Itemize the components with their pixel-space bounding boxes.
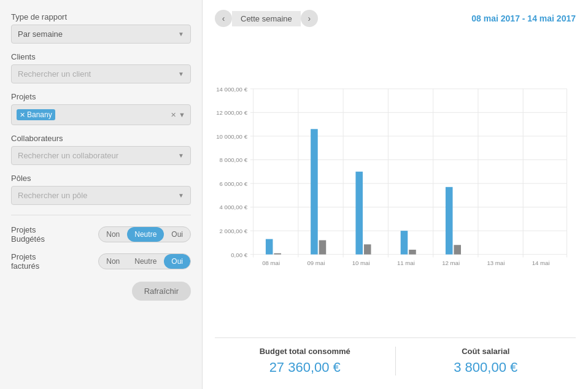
rapport-group: Type de rapport Par semaine ▼ <box>11 12 191 44</box>
bar-12mai-gray <box>454 245 461 254</box>
svg-text:08 mai: 08 mai <box>262 260 280 266</box>
projets-select[interactable]: ✕ Banany ✕ ▼ <box>11 104 191 125</box>
cout-summary: Coût salarial 3 800,00 € <box>396 347 576 376</box>
divider <box>11 215 191 215</box>
collaborateurs-label: Collaborateurs <box>11 134 191 143</box>
bar-chart: 14 000,00 € 12 000,00 € 10 000,00 € 8 00… <box>215 36 576 331</box>
rapport-label: Type de rapport <box>11 12 191 21</box>
svg-text:10 000,00 €: 10 000,00 € <box>216 133 247 140</box>
svg-text:14 000,00 €: 14 000,00 € <box>216 86 247 93</box>
cout-label: Coût salarial <box>462 347 509 356</box>
chevron-down-icon: ▼ <box>178 31 184 37</box>
next-week-btn[interactable]: › <box>301 10 318 27</box>
collaborateurs-placeholder: Rechercher un collaborateur <box>18 151 118 160</box>
chevron-down-icon: ▼ <box>178 71 184 77</box>
chevron-down-icon: ▼ <box>178 192 184 199</box>
factures-label: Projetsfacturés <box>11 252 39 271</box>
budgetes-non-btn[interactable]: Non <box>99 227 127 242</box>
svg-text:8 000,00 €: 8 000,00 € <box>220 156 248 163</box>
prev-week-btn[interactable]: ‹ <box>215 10 232 27</box>
svg-text:6 000,00 €: 6 000,00 € <box>220 180 248 187</box>
poles-placeholder: Rechercher un pôle <box>18 191 87 200</box>
svg-text:10 mai: 10 mai <box>352 260 370 266</box>
rapport-value: Par semaine <box>18 29 63 39</box>
budget-summary: Budget total consommé 27 360,00 € <box>215 347 396 376</box>
svg-text:13 mai: 13 mai <box>487 260 505 266</box>
budgetes-label: ProjetsBudgétés <box>11 225 45 244</box>
budget-value: 27 360,00 € <box>269 360 341 376</box>
poles-select[interactable]: Rechercher un pôle ▼ <box>11 186 191 205</box>
factures-oui-btn[interactable]: Oui <box>164 254 190 269</box>
collaborateurs-group: Collaborateurs Rechercher un collaborate… <box>11 134 191 165</box>
right-panel: ‹ Cette semaine › 08 mai 2017 - 14 mai 2… <box>203 0 588 389</box>
svg-text:11 mai: 11 mai <box>397 260 415 266</box>
bar-10mai-gray <box>364 244 371 254</box>
svg-text:2 000,00 €: 2 000,00 € <box>220 228 248 234</box>
bar-11mai-blue <box>401 231 408 255</box>
svg-text:09 mai: 09 mai <box>307 260 325 266</box>
factures-row: Projetsfacturés Non Neutre Oui <box>11 252 191 271</box>
week-nav: ‹ Cette semaine › <box>215 10 318 27</box>
budget-label: Budget total consommé <box>260 347 350 356</box>
svg-text:14 mai: 14 mai <box>532 260 550 266</box>
bar-10mai-blue <box>355 172 363 255</box>
bar-08mai-gray <box>274 253 281 255</box>
factures-toggle-group: Non Neutre Oui <box>98 253 191 269</box>
date-range: 08 mai 2017 - 14 mai 2017 <box>471 13 576 23</box>
clients-select[interactable]: Rechercher un client ▼ <box>11 64 191 83</box>
summary-footer: Budget total consommé 27 360,00 € Coût s… <box>215 337 576 379</box>
projets-label: Projets <box>11 92 191 101</box>
clear-icon[interactable]: ✕ <box>171 111 176 119</box>
svg-text:12 000,00 €: 12 000,00 € <box>216 109 247 116</box>
bar-08mai-blue <box>266 239 273 255</box>
rapport-select[interactable]: Par semaine ▼ <box>11 25 191 44</box>
budgetes-row: ProjetsBudgétés Non Neutre Oui <box>11 225 191 244</box>
factures-neutre-btn[interactable]: Neutre <box>127 254 164 269</box>
projets-group: Projets ✕ Banany ✕ ▼ <box>11 92 191 125</box>
tag-label: Banany <box>27 110 52 119</box>
chart-header: ‹ Cette semaine › 08 mai 2017 - 14 mai 2… <box>215 10 576 27</box>
bar-12mai-blue <box>446 187 453 255</box>
collaborateurs-select[interactable]: Rechercher un collaborateur ▼ <box>11 146 191 165</box>
poles-group: Pôles Rechercher un pôle ▼ <box>11 174 191 205</box>
bar-09mai-gray <box>319 241 327 255</box>
clients-label: Clients <box>11 52 191 61</box>
svg-text:4 000,00 €: 4 000,00 € <box>220 204 248 210</box>
poles-label: Pôles <box>11 174 191 183</box>
tag-x-icon[interactable]: ✕ <box>20 111 25 119</box>
svg-text:12 mai: 12 mai <box>442 260 460 266</box>
left-panel: Type de rapport Par semaine ▼ Clients Re… <box>0 0 203 389</box>
chevron-down-icon: ▼ <box>178 152 184 159</box>
svg-text:0,00 €: 0,00 € <box>231 252 247 258</box>
factures-non-btn[interactable]: Non <box>99 254 127 269</box>
projets-tag: ✕ Banany <box>17 109 55 120</box>
budgetes-toggle-group: Non Neutre Oui <box>98 226 191 242</box>
chevron-down-icon: ▼ <box>179 111 185 118</box>
budgetes-oui-btn[interactable]: Oui <box>164 227 190 242</box>
clients-placeholder: Rechercher un client <box>18 69 91 79</box>
bar-11mai-gray <box>409 250 416 255</box>
week-label-btn[interactable]: Cette semaine <box>232 11 301 26</box>
clients-group: Clients Rechercher un client ▼ <box>11 52 191 83</box>
chart-area: 14 000,00 € 12 000,00 € 10 000,00 € 8 00… <box>215 36 576 331</box>
bar-09mai-blue <box>311 129 318 254</box>
refresh-button[interactable]: Rafraîchir <box>132 282 191 301</box>
budgetes-neutre-btn[interactable]: Neutre <box>127 227 164 242</box>
cout-value: 3 800,00 € <box>454 360 517 376</box>
